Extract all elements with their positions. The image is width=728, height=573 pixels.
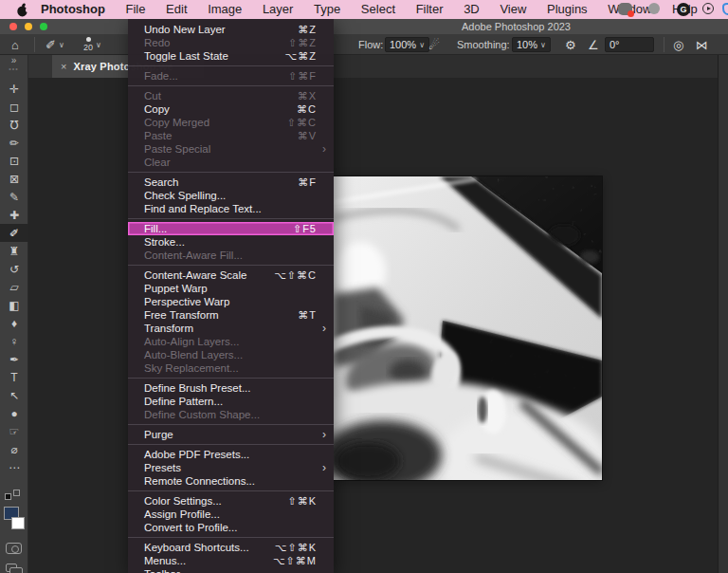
menubar-item[interactable]: File	[118, 2, 155, 16]
edit-menu-item[interactable]: Check Spelling... ›	[128, 189, 334, 202]
quick-mask-button[interactable]	[6, 543, 22, 554]
menubar-item[interactable]: Image	[199, 2, 250, 16]
zoom-window-button[interactable]	[40, 23, 47, 30]
play-icon[interactable]	[702, 3, 714, 14]
edit-menu-item[interactable]: Presets ›	[128, 461, 334, 474]
edit-menu-item[interactable]: Paste Special ›	[128, 142, 334, 156]
edit-menu-item[interactable]: Undo New Layer ⌘Z ›	[128, 23, 334, 36]
edit-toolbar-button[interactable]: ⋯	[0, 458, 28, 476]
pen-tool[interactable]: ✒	[0, 350, 28, 368]
edit-menu-item[interactable]: Search ⌘F ›	[128, 176, 334, 189]
edit-menu-item[interactable]: Paste ⌘V ›	[128, 129, 334, 142]
window-title: Adobe Photoshop 2023	[462, 21, 571, 32]
smoothing-input[interactable]: 10% ∨	[512, 37, 551, 52]
edit-menu-item[interactable]: Copy Merged ⇧⌘C ›	[128, 116, 334, 129]
edit-menu-item[interactable]: Toggle Last State ⌥⌘Z ›	[128, 49, 334, 63]
menubar-item[interactable]: Photoshop	[32, 2, 114, 16]
edit-menu-item[interactable]: Puppet Warp ›	[128, 282, 334, 295]
shield-icon[interactable]	[722, 3, 728, 15]
close-window-button[interactable]	[9, 23, 17, 30]
menubar-item[interactable]: Plugins	[538, 2, 596, 16]
edit-menu-item[interactable]: Auto-Blend Layers... ›	[128, 348, 334, 361]
symmetry-button[interactable]: ⋈	[696, 34, 708, 55]
menubar-item[interactable]: Type	[305, 2, 349, 16]
shortcut-label: ⌘X	[298, 90, 317, 102]
gradient-tool[interactable]: ◧	[0, 296, 28, 314]
menubar-item[interactable]: Layer	[254, 2, 302, 16]
home-button[interactable]: ⌂	[11, 34, 19, 55]
menubar-item[interactable]: View	[491, 2, 535, 16]
eyedropper-tool[interactable]: ✎	[0, 188, 28, 206]
dodge-tool[interactable]: ♀	[0, 332, 28, 350]
history-brush-tool[interactable]: ↺	[0, 260, 28, 278]
crop-tool[interactable]: ⊡	[0, 152, 28, 170]
brush-size-picker[interactable]: 20 ∨	[83, 34, 101, 55]
swap-colors-icon[interactable]	[5, 490, 24, 503]
edit-menu-item[interactable]: Redo ⇧⌘Z ›	[128, 36, 334, 49]
location-icon[interactable]	[648, 3, 660, 14]
edit-menu-item[interactable]: Sky Replacement... ›	[128, 361, 334, 375]
edit-menu-item[interactable]: Content-Aware Fill... ›	[128, 249, 334, 262]
tool-preset-picker[interactable]: ✐ ∨	[46, 34, 64, 55]
edit-menu-item[interactable]: Define Pattern... ›	[128, 395, 334, 408]
zoom-tool[interactable]: ⌀	[0, 440, 28, 458]
smoothing-options-button[interactable]: ⚙	[565, 34, 576, 55]
edit-menu-item[interactable]: Purge ›	[128, 428, 334, 441]
edit-menu-item[interactable]: Cut ⌘X ›	[128, 89, 334, 102]
pressure-size-button[interactable]: ◎	[673, 34, 683, 55]
edit-menu-item[interactable]: Toolbar... ›	[128, 567, 334, 573]
edit-menu-item[interactable]: Assign Profile... ›	[128, 508, 334, 521]
lasso-tool[interactable]: ℧	[0, 116, 28, 134]
eraser-tool[interactable]: ▱	[0, 278, 28, 296]
shortcut-label: ⌥⇧⌘C	[274, 269, 317, 282]
edit-menu-item[interactable]: Clear ›	[128, 156, 334, 169]
edit-menu-item[interactable]: Color Settings... ⇧⌘K ›	[128, 494, 334, 508]
edit-menu-item[interactable]: Auto-Align Layers... ›	[128, 335, 334, 348]
shape-tool[interactable]: ●	[0, 404, 28, 422]
document-image[interactable]	[334, 176, 602, 480]
edit-menu-item[interactable]: Copy ⌘C ›	[128, 102, 334, 116]
edit-menu-item[interactable]: Convert to Profile... ›	[128, 521, 334, 534]
blur-tool[interactable]: ♦	[0, 314, 28, 332]
healing-brush-tool[interactable]: ✚	[0, 206, 28, 224]
minimize-window-button[interactable]	[25, 23, 32, 30]
close-tab-icon[interactable]: ×	[61, 61, 66, 72]
edit-menu-item[interactable]: Fade... ⇧⌘F ›	[128, 69, 334, 83]
frame-tool[interactable]: ⊠	[0, 170, 28, 188]
move-tool[interactable]: ✛	[0, 80, 28, 98]
edit-menu-item[interactable]: Fill... ⇧F5 ›	[128, 222, 334, 235]
apple-logo-icon[interactable]	[16, 3, 28, 17]
edit-menu-item[interactable]: Find and Replace Text... ›	[128, 202, 334, 215]
edit-menu-item[interactable]: Free Transform ⌘T ›	[128, 308, 334, 322]
edit-menu-item[interactable]: Define Custom Shape... ›	[128, 408, 334, 421]
marquee-tool[interactable]: ◻	[0, 98, 28, 116]
screen-mode-button[interactable]	[6, 564, 17, 572]
edit-menu-item[interactable]: Adobe PDF Presets... ›	[128, 448, 334, 461]
clone-stamp-tool[interactable]: ♜	[0, 242, 28, 260]
edit-menu-item[interactable]: Transform ›	[128, 322, 334, 335]
airbrush-button[interactable]: ☄	[428, 34, 440, 55]
screen-record-icon[interactable]	[618, 3, 632, 15]
edit-menu-item[interactable]: Menus... ⌥⇧⌘M ›	[128, 554, 334, 567]
edit-menu-item[interactable]: Perspective Warp ›	[128, 295, 334, 308]
background-color-swatch[interactable]	[11, 517, 25, 529]
edit-menu-item[interactable]: Stroke... ›	[128, 235, 334, 249]
shortcut-label: ⇧F5	[293, 223, 317, 235]
menubar-item[interactable]: Select	[353, 2, 404, 16]
quick-selection-tool[interactable]: ✏	[0, 134, 28, 152]
tools-grabber[interactable]: •••	[0, 66, 27, 76]
grammarly-icon[interactable]: G	[677, 3, 690, 16]
flow-input[interactable]: 100% ∨	[385, 37, 429, 52]
brush-tool[interactable]: ✐	[0, 224, 28, 242]
edit-menu-item[interactable]: Content-Aware Scale ⌥⇧⌘C ›	[128, 268, 334, 282]
menubar-item[interactable]: 3D	[455, 2, 488, 16]
edit-menu-item[interactable]: Remote Connections... ›	[128, 474, 334, 488]
edit-menu-item[interactable]: Define Brush Preset... ›	[128, 381, 334, 395]
hand-tool[interactable]: ☞	[0, 422, 28, 440]
path-selection-tool[interactable]: ↖	[0, 386, 28, 404]
edit-menu-item[interactable]: Keyboard Shortcuts... ⌥⇧⌘K ›	[128, 541, 334, 554]
type-tool[interactable]: T	[0, 368, 28, 386]
angle-input[interactable]: 0°	[605, 37, 654, 52]
menubar-item[interactable]: Edit	[157, 2, 195, 16]
menubar-item[interactable]: Filter	[408, 2, 452, 16]
